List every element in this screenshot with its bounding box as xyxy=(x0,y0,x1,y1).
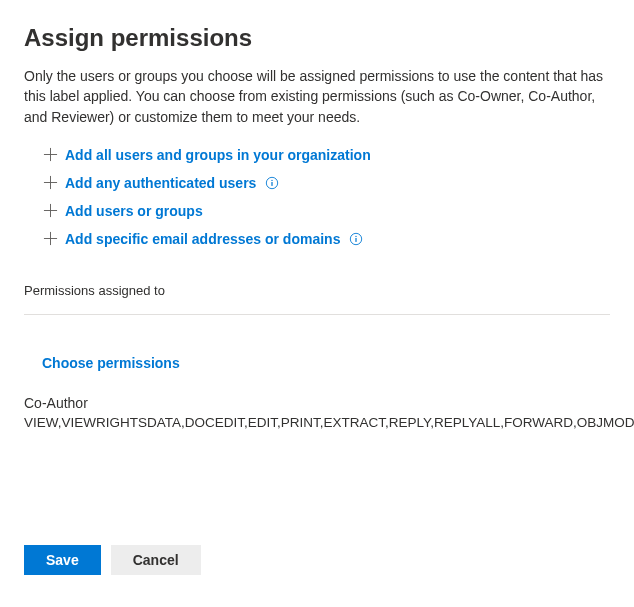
svg-point-5 xyxy=(272,180,273,181)
add-users-groups-option[interactable]: Add users or groups xyxy=(42,197,610,225)
add-all-users-option[interactable]: Add all users and groups in your organiz… xyxy=(42,141,610,169)
add-all-users-label: Add all users and groups in your organiz… xyxy=(65,147,371,163)
info-icon[interactable] xyxy=(349,232,363,246)
add-specific-email-option[interactable]: Add specific email addresses or domains xyxy=(42,225,610,253)
svg-rect-13 xyxy=(356,238,357,242)
info-icon[interactable] xyxy=(265,176,279,190)
svg-point-12 xyxy=(356,236,357,237)
plus-icon xyxy=(42,147,58,163)
plus-icon xyxy=(42,175,58,191)
page-title: Assign permissions xyxy=(24,24,610,52)
plus-icon xyxy=(42,203,58,219)
add-any-authenticated-option[interactable]: Add any authenticated users xyxy=(42,169,610,197)
button-row: Save Cancel xyxy=(24,545,610,575)
permission-role: Co-Author xyxy=(24,395,610,411)
add-specific-email-label: Add specific email addresses or domains xyxy=(65,231,340,247)
choose-permissions-link[interactable]: Choose permissions xyxy=(42,355,610,371)
svg-rect-6 xyxy=(272,182,273,186)
plus-icon xyxy=(42,231,58,247)
cancel-button[interactable]: Cancel xyxy=(111,545,201,575)
permissions-assigned-header: Permissions assigned to xyxy=(24,283,610,315)
add-options-list: Add all users and groups in your organiz… xyxy=(42,141,610,253)
permission-details: VIEW,VIEWRIGHTSDATA,DOCEDIT,EDIT,PRINT,E… xyxy=(24,415,610,430)
save-button[interactable]: Save xyxy=(24,545,101,575)
add-any-authenticated-label: Add any authenticated users xyxy=(65,175,256,191)
add-users-groups-label: Add users or groups xyxy=(65,203,203,219)
page-description: Only the users or groups you choose will… xyxy=(24,66,610,127)
